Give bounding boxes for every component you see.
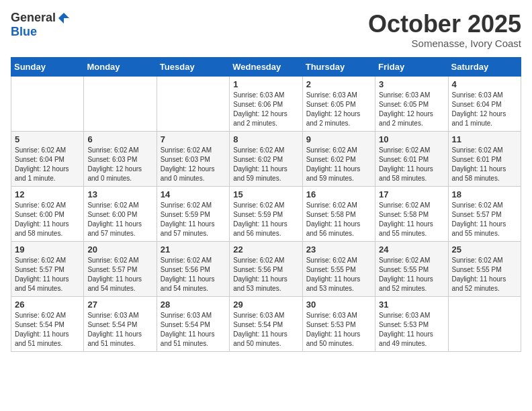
logo-blue-text: Blue [11, 25, 37, 39]
day-number: 11 [452, 134, 517, 144]
day-number: 7 [161, 134, 226, 144]
day-number: 22 [233, 244, 298, 255]
weekday-header-row: SundayMondayTuesdayWednesdayThursdayFrid… [11, 57, 521, 76]
day-info: Sunrise: 6:02 AM Sunset: 6:00 PM Dayligh… [87, 201, 152, 238]
weekday-header-saturday: Saturday [448, 57, 521, 76]
day-cell-2: 2Sunrise: 6:03 AM Sunset: 6:05 PM Daylig… [302, 76, 375, 131]
day-number: 12 [15, 189, 80, 199]
day-info: Sunrise: 6:02 AM Sunset: 5:55 PM Dayligh… [306, 256, 371, 293]
week-row-3: 12Sunrise: 6:02 AM Sunset: 6:00 PM Dayli… [11, 186, 521, 241]
day-cell-1: 1Sunrise: 6:03 AM Sunset: 6:06 PM Daylig… [230, 76, 302, 131]
day-number: 18 [452, 189, 517, 199]
day-cell-4: 4Sunrise: 6:03 AM Sunset: 6:04 PM Daylig… [448, 76, 521, 131]
day-number: 17 [379, 189, 444, 199]
day-number: 3 [379, 79, 444, 89]
day-cell-25: 25Sunrise: 6:02 AM Sunset: 5:55 PM Dayli… [448, 241, 521, 296]
day-number: 13 [87, 189, 152, 199]
day-cell-8: 8Sunrise: 6:02 AM Sunset: 6:02 PM Daylig… [230, 131, 302, 186]
day-cell-7: 7Sunrise: 6:02 AM Sunset: 6:03 PM Daylig… [157, 131, 229, 186]
weekday-header-sunday: Sunday [11, 57, 84, 76]
day-number: 8 [233, 134, 298, 144]
day-info: Sunrise: 6:03 AM Sunset: 5:53 PM Dayligh… [306, 311, 371, 349]
day-number: 9 [306, 134, 371, 144]
day-info: Sunrise: 6:02 AM Sunset: 5:56 PM Dayligh… [233, 256, 298, 293]
day-cell-13: 13Sunrise: 6:02 AM Sunset: 6:00 PM Dayli… [84, 186, 157, 241]
day-info: Sunrise: 6:03 AM Sunset: 5:54 PM Dayligh… [161, 311, 226, 349]
weekday-header-thursday: Thursday [302, 57, 375, 76]
day-number: 30 [306, 300, 371, 310]
day-cell-26: 26Sunrise: 6:02 AM Sunset: 5:54 PM Dayli… [11, 296, 84, 351]
day-cell-11: 11Sunrise: 6:02 AM Sunset: 6:01 PM Dayli… [448, 131, 521, 186]
day-info: Sunrise: 6:03 AM Sunset: 6:05 PM Dayligh… [306, 91, 371, 128]
week-row-2: 5Sunrise: 6:02 AM Sunset: 6:04 PM Daylig… [11, 131, 521, 186]
weekday-header-tuesday: Tuesday [157, 57, 229, 76]
day-cell-9: 9Sunrise: 6:02 AM Sunset: 6:02 PM Daylig… [302, 131, 375, 186]
weekday-header-friday: Friday [375, 57, 448, 76]
day-info: Sunrise: 6:02 AM Sunset: 5:57 PM Dayligh… [87, 256, 152, 293]
day-number: 10 [379, 134, 444, 144]
day-info: Sunrise: 6:02 AM Sunset: 6:02 PM Dayligh… [306, 146, 371, 183]
day-cell-17: 17Sunrise: 6:02 AM Sunset: 5:58 PM Dayli… [375, 186, 448, 241]
day-number: 27 [87, 300, 152, 310]
day-info: Sunrise: 6:02 AM Sunset: 5:59 PM Dayligh… [161, 201, 226, 238]
day-info: Sunrise: 6:02 AM Sunset: 5:56 PM Dayligh… [161, 256, 226, 293]
day-number: 23 [306, 244, 371, 255]
day-cell-14: 14Sunrise: 6:02 AM Sunset: 5:59 PM Dayli… [157, 186, 229, 241]
day-cell-27: 27Sunrise: 6:03 AM Sunset: 5:54 PM Dayli… [84, 296, 157, 351]
day-cell-18: 18Sunrise: 6:02 AM Sunset: 5:57 PM Dayli… [448, 186, 521, 241]
day-cell-6: 6Sunrise: 6:02 AM Sunset: 6:03 PM Daylig… [84, 131, 157, 186]
day-cell-12: 12Sunrise: 6:02 AM Sunset: 6:00 PM Dayli… [11, 186, 84, 241]
day-cell-31: 31Sunrise: 6:03 AM Sunset: 5:53 PM Dayli… [375, 296, 448, 351]
weekday-header-wednesday: Wednesday [230, 57, 302, 76]
day-cell-30: 30Sunrise: 6:03 AM Sunset: 5:53 PM Dayli… [302, 296, 375, 351]
day-info: Sunrise: 6:02 AM Sunset: 6:01 PM Dayligh… [452, 146, 517, 183]
logo-icon [57, 11, 71, 25]
day-info: Sunrise: 6:02 AM Sunset: 5:57 PM Dayligh… [452, 201, 517, 238]
day-number: 4 [452, 79, 517, 89]
day-cell-5: 5Sunrise: 6:02 AM Sunset: 6:04 PM Daylig… [11, 131, 84, 186]
month-title: October 2025 [368, 11, 521, 38]
day-info: Sunrise: 6:02 AM Sunset: 6:03 PM Dayligh… [87, 146, 152, 183]
day-number: 26 [15, 300, 80, 310]
day-number: 2 [306, 79, 371, 89]
day-info: Sunrise: 6:03 AM Sunset: 5:54 PM Dayligh… [233, 311, 298, 349]
day-number: 6 [87, 134, 152, 144]
day-number: 15 [233, 189, 298, 199]
day-number: 5 [15, 134, 80, 144]
day-number: 24 [379, 244, 444, 255]
day-info: Sunrise: 6:03 AM Sunset: 6:04 PM Dayligh… [452, 91, 517, 128]
day-info: Sunrise: 6:02 AM Sunset: 6:01 PM Dayligh… [379, 146, 444, 183]
day-info: Sunrise: 6:02 AM Sunset: 5:59 PM Dayligh… [233, 201, 298, 238]
day-info: Sunrise: 6:02 AM Sunset: 5:57 PM Dayligh… [15, 256, 80, 293]
day-info: Sunrise: 6:02 AM Sunset: 5:54 PM Dayligh… [15, 311, 80, 349]
day-cell-29: 29Sunrise: 6:03 AM Sunset: 5:54 PM Dayli… [230, 296, 302, 351]
week-row-4: 19Sunrise: 6:02 AM Sunset: 5:57 PM Dayli… [11, 241, 521, 296]
day-info: Sunrise: 6:03 AM Sunset: 5:54 PM Dayligh… [87, 311, 152, 349]
day-info: Sunrise: 6:02 AM Sunset: 5:55 PM Dayligh… [379, 256, 444, 293]
empty-cell [448, 296, 521, 351]
empty-cell [11, 76, 84, 131]
day-info: Sunrise: 6:02 AM Sunset: 5:58 PM Dayligh… [306, 201, 371, 238]
day-cell-10: 10Sunrise: 6:02 AM Sunset: 6:01 PM Dayli… [375, 131, 448, 186]
day-number: 21 [161, 244, 226, 255]
day-cell-21: 21Sunrise: 6:02 AM Sunset: 5:56 PM Dayli… [157, 241, 229, 296]
day-info: Sunrise: 6:02 AM Sunset: 5:58 PM Dayligh… [379, 201, 444, 238]
day-info: Sunrise: 6:02 AM Sunset: 6:00 PM Dayligh… [15, 201, 80, 238]
day-number: 20 [87, 244, 152, 255]
day-number: 25 [452, 244, 517, 255]
calendar-table: SundayMondayTuesdayWednesdayThursdayFrid… [11, 57, 521, 352]
logo-general-text: General [11, 11, 56, 25]
day-info: Sunrise: 6:03 AM Sunset: 6:05 PM Dayligh… [379, 91, 444, 128]
day-cell-22: 22Sunrise: 6:02 AM Sunset: 5:56 PM Dayli… [230, 241, 302, 296]
day-cell-28: 28Sunrise: 6:03 AM Sunset: 5:54 PM Dayli… [157, 296, 229, 351]
empty-cell [157, 76, 229, 131]
day-number: 31 [379, 300, 444, 310]
day-number: 29 [233, 300, 298, 310]
week-row-1: 1Sunrise: 6:03 AM Sunset: 6:06 PM Daylig… [11, 76, 521, 131]
day-info: Sunrise: 6:02 AM Sunset: 5:55 PM Dayligh… [452, 256, 517, 293]
page-header: General Blue October 2025 Somenasse, Ivo… [11, 11, 521, 49]
day-info: Sunrise: 6:02 AM Sunset: 6:04 PM Dayligh… [15, 146, 80, 183]
day-number: 14 [161, 189, 226, 199]
logo: General Blue [11, 11, 71, 39]
day-cell-19: 19Sunrise: 6:02 AM Sunset: 5:57 PM Dayli… [11, 241, 84, 296]
